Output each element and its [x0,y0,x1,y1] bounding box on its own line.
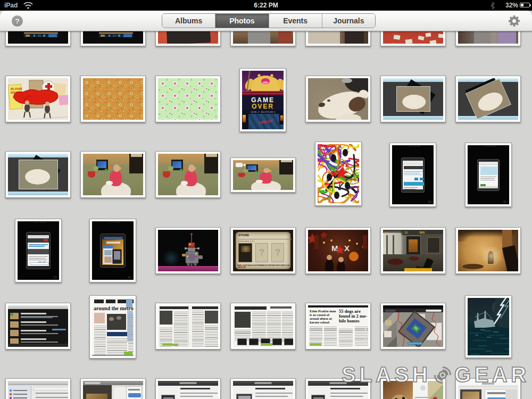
svg-text:BLOOD: BLOOD [11,87,22,90]
svg-text:M: M [331,244,338,253]
svg-text:X: X [344,244,350,253]
